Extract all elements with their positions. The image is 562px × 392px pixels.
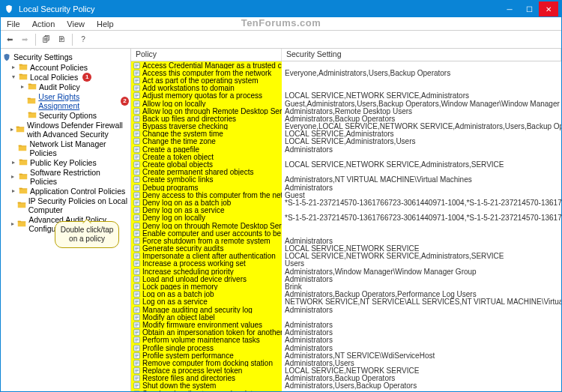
policy-row[interactable]: Restore files and directoriesAdministrat… — [131, 375, 561, 382]
help-button[interactable]: ? — [77, 34, 89, 46]
menu-file[interactable]: File — [1, 19, 26, 28]
tree-item[interactable]: ▸Audit Policy — [2, 82, 129, 91]
expander-icon[interactable]: ▸ — [10, 220, 15, 227]
folder-icon — [19, 73, 28, 81]
policy-row[interactable]: Profile single processAdministrators — [131, 344, 561, 352]
expander-icon[interactable] — [10, 202, 15, 208]
policy-setting: Administrators — [282, 145, 561, 154]
policy-row[interactable]: Deny log on locally*S-1-5-21-237214570-1… — [131, 214, 561, 222]
refresh-button[interactable]: 🖹 — [55, 34, 67, 46]
policy-row[interactable]: Change the system timeLOCAL SERVICE,Admi… — [131, 130, 561, 138]
policy-row[interactable]: Replace a process level tokenLOCAL SERVI… — [131, 367, 561, 375]
policy-row[interactable]: Deny log on as a service — [131, 207, 561, 214]
policy-row[interactable]: Allow log on locallyGuest,Administrators… — [131, 100, 561, 107]
policy-row[interactable]: Create permanent shared objects — [131, 169, 561, 176]
tree-item[interactable]: ▸Public Key Policies — [2, 157, 129, 167]
export-button[interactable]: 🗐 — [40, 34, 52, 46]
policy-row[interactable]: Debug programsAdministrators — [131, 184, 561, 191]
expander-icon[interactable]: ▸ — [10, 64, 16, 70]
policy-row[interactable]: Force shutdown from a remote systemAdmin… — [131, 237, 561, 244]
column-policy[interactable]: Policy — [131, 49, 282, 61]
expander-icon[interactable] — [10, 145, 16, 151]
folder-icon — [17, 201, 26, 209]
maximize-button[interactable]: ☐ — [519, 1, 539, 16]
policy-row[interactable]: Log on as a batch jobAdministrators,Back… — [131, 291, 561, 298]
policy-icon — [133, 223, 140, 229]
policy-icon — [133, 154, 140, 160]
policy-row[interactable]: Create symbolic linksAdministrators,NT V… — [131, 176, 561, 184]
policy-row[interactable]: Modify an object label — [131, 313, 561, 321]
tree-item[interactable]: Security Options — [2, 110, 129, 120]
close-button[interactable]: ✕ — [539, 1, 558, 16]
expander-icon[interactable]: ▸ — [10, 187, 16, 194]
policy-row[interactable]: Enable computer and user accounts to be … — [131, 229, 561, 237]
policy-row[interactable]: Shut down the systemAdministrators,Users… — [131, 382, 561, 390]
folder-icon — [19, 187, 28, 195]
policy-row[interactable]: Create global objectsLOCAL SERVICE,NETWO… — [131, 160, 561, 168]
policy-row[interactable]: Allow log on through Remote Desktop Serv… — [131, 107, 561, 115]
expander-icon[interactable]: ▸ — [10, 173, 16, 180]
policy-row[interactable]: Increase scheduling priorityAdministrato… — [131, 268, 561, 275]
expander-icon[interactable] — [19, 97, 25, 104]
policy-row[interactable]: Lock pages in memoryBrink — [131, 283, 561, 290]
policy-row[interactable]: Increase a process working setUsers — [131, 260, 561, 268]
policy-setting: *S-1-5-21-237214570-1361766723-306144097… — [282, 214, 561, 222]
tree-item-label: Public Key Policies — [30, 158, 97, 167]
folder-icon — [17, 220, 26, 228]
security-icon — [2, 53, 11, 61]
tree-item[interactable]: Network List Manager Policies — [2, 139, 129, 157]
policy-row[interactable]: Access this computer from the networkEve… — [131, 69, 561, 76]
policy-row[interactable]: Create a token object — [131, 153, 561, 160]
policy-icon — [133, 360, 140, 367]
policy-row[interactable]: Change the time zoneLOCAL SERVICE,Admini… — [131, 138, 561, 145]
expander-icon[interactable]: ▸ — [19, 83, 25, 90]
tree-item[interactable]: ▸Windows Defender Firewall with Advanced… — [2, 120, 129, 139]
expander-icon[interactable]: ▸ — [10, 126, 13, 133]
back-button[interactable]: ⬅ — [4, 34, 16, 46]
expander-icon[interactable]: ▸ — [10, 159, 16, 166]
minimize-button[interactable]: ─ — [500, 1, 519, 16]
policy-row[interactable]: Remove computer from docking stationAdmi… — [131, 359, 561, 367]
tree-root[interactable]: Security Settings — [2, 52, 129, 62]
policy-setting: *S-1-5-21-237214570-1361766723-306144097… — [282, 199, 561, 207]
window-controls: ─ ☐ ✕ — [500, 1, 558, 16]
tree-item[interactable]: ▸Account Policies — [2, 62, 129, 72]
tree-root-label: Security Settings — [13, 52, 73, 61]
tree-item[interactable]: User Rights Assignment2 — [2, 91, 129, 110]
policy-row[interactable]: Modify firmware environment valuesAdmini… — [131, 321, 561, 328]
tree-item[interactable]: ▾Local Policies1 — [2, 72, 129, 82]
policy-row[interactable]: Obtain an impersonation token for anothe… — [131, 329, 561, 337]
policy-icon — [133, 276, 140, 283]
tree-item[interactable]: ▸Application Control Policies — [2, 186, 129, 196]
policy-row[interactable]: Deny log on through Remote Desktop Servi… — [131, 222, 561, 229]
expander-icon[interactable] — [19, 112, 25, 118]
menu-action[interactable]: Action — [26, 19, 61, 28]
policy-row[interactable]: Impersonate a client after authenticatio… — [131, 253, 561, 260]
menu-help[interactable]: Help — [91, 19, 120, 28]
policy-row[interactable]: Add workstations to domain — [131, 85, 561, 92]
policy-row[interactable]: Log on as a serviceNETWORK SERVICE,NT SE… — [131, 298, 561, 306]
policy-row[interactable]: Deny log on as a batch job*S-1-5-21-2372… — [131, 199, 561, 206]
tree-item[interactable]: IP Security Policies on Local Computer — [2, 196, 129, 214]
policy-row[interactable]: Generate security auditsLOCAL SERVICE,NE… — [131, 245, 561, 253]
policy-row[interactable]: Perform volume maintenance tasksAdminist… — [131, 337, 561, 344]
policy-row[interactable]: Act as part of the operating system — [131, 76, 561, 84]
expander-icon[interactable]: ▾ — [10, 73, 16, 80]
folder-icon — [18, 144, 27, 152]
policy-row[interactable]: Access Credential Manager as a trusted c… — [131, 61, 561, 69]
step-marker: 1 — [82, 73, 91, 82]
forward-button[interactable]: ➡ — [19, 34, 31, 46]
policy-row[interactable]: Profile system performanceAdministrators… — [131, 352, 561, 359]
tree-item[interactable]: ▸Software Restriction Policies — [2, 167, 129, 186]
policy-row[interactable]: Adjust memory quotas for a processLOCAL … — [131, 92, 561, 100]
policy-row[interactable]: Create a pagefileAdministrators — [131, 145, 561, 153]
policy-icon — [133, 322, 140, 328]
policy-row[interactable]: Load and unload device driversAdministra… — [131, 275, 561, 283]
policy-row[interactable]: Back up files and directoriesAdministrat… — [131, 115, 561, 122]
tree-item-label: Audit Policy — [39, 82, 80, 91]
policy-row[interactable]: Bypass traverse checkingEveryone,LOCAL S… — [131, 123, 561, 130]
policy-row[interactable]: Manage auditing and security logAdminist… — [131, 306, 561, 313]
column-setting[interactable]: Security Setting — [282, 49, 561, 61]
menu-view[interactable]: View — [61, 19, 91, 28]
policy-row[interactable]: Deny access to this computer from the ne… — [131, 191, 561, 199]
